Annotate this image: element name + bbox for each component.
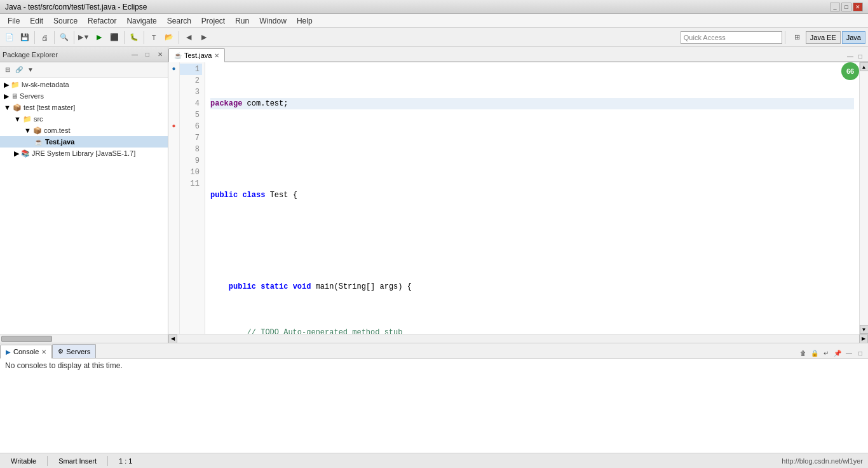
- title-bar-text: Java - test/src/com/test/Test.java - Ecl…: [5, 3, 147, 11]
- console-tab[interactable]: ▶ Console ✕: [0, 345, 52, 359]
- scroll-down-arrow[interactable]: ▼: [860, 325, 869, 334]
- gutter-row-9: [168, 154, 179, 165]
- pe-link-editor[interactable]: 🔗: [14, 65, 24, 75]
- menu-run[interactable]: Run: [230, 15, 254, 27]
- gutter-row-1: ●: [168, 62, 179, 74]
- tree-label: Test.java: [45, 138, 74, 146]
- toolbar-open-type[interactable]: T: [147, 31, 161, 45]
- menu-navigate[interactable]: Navigate: [121, 15, 161, 27]
- pe-hscroll[interactable]: [0, 334, 168, 343]
- servers-tab-label: Servers: [66, 348, 90, 355]
- line-num-8: 8: [180, 144, 202, 155]
- toolbar-stop[interactable]: ⬛: [107, 31, 121, 45]
- expand-arrow-icon: ▶: [14, 149, 19, 158]
- editor-scrollbar-vertical[interactable]: ▲ ▼: [859, 62, 868, 334]
- menu-source[interactable]: Source: [48, 15, 83, 27]
- titlebar-controls: _ □ ✕: [830, 3, 863, 11]
- menu-project[interactable]: Project: [196, 15, 230, 27]
- tree-label: src: [34, 115, 43, 123]
- status-divider2: [107, 456, 108, 466]
- menu-file[interactable]: File: [3, 15, 25, 27]
- tree-item-src[interactable]: ▼ 📁 src: [0, 113, 168, 125]
- tree-item-test-java[interactable]: ☕ Test.java: [0, 136, 168, 148]
- line-num-7: 7: [180, 132, 202, 144]
- scroll-right-arrow[interactable]: ▶: [859, 334, 868, 343]
- close-button[interactable]: ✕: [853, 3, 863, 11]
- line-num-1: 1: [180, 64, 202, 75]
- tab-close-button[interactable]: ✕: [214, 52, 219, 59]
- console-clear-btn[interactable]: 🗑: [798, 348, 808, 358]
- editor-scrollbar-horizontal[interactable]: ◀ ▶: [168, 334, 868, 343]
- left-gutter: ● ●: [168, 62, 180, 334]
- console-scroll-lock[interactable]: 🔒: [810, 348, 820, 358]
- menu-help[interactable]: Help: [292, 15, 318, 27]
- toolbar-print[interactable]: 🖨: [37, 31, 51, 45]
- code-editor[interactable]: package com.test; public class Test { pu…: [205, 62, 859, 334]
- kw-package: package: [210, 98, 242, 109]
- maximize-button[interactable]: □: [841, 3, 851, 11]
- scroll-up-arrow[interactable]: ▲: [860, 62, 869, 71]
- bookmark-icon: ●: [172, 65, 175, 72]
- toolbar: 📄 💾 🖨 🔍 ▶▼ ▶ ⬛ 🐛 T 📂 ◀ ▶ Quick Access ⊞ …: [0, 28, 868, 47]
- open-perspective-icon[interactable]: ⊞: [790, 31, 804, 45]
- toolbar-prev[interactable]: ◀: [182, 31, 196, 45]
- pe-toolbar: ⊟ 🔗 ▼: [0, 62, 168, 78]
- tab-java-icon: ☕: [174, 52, 182, 59]
- console-tab-close[interactable]: ✕: [41, 348, 46, 355]
- minimize-button[interactable]: _: [830, 3, 840, 11]
- toolbar-open-res[interactable]: 📂: [162, 31, 176, 45]
- editor-tabs: ☕ Test.java ✕ — □: [168, 47, 868, 62]
- toolbar-next[interactable]: ▶: [197, 31, 211, 45]
- gutter-row-5: [168, 108, 179, 120]
- tree-item-com-test[interactable]: ▼ 📦 com.test: [0, 125, 168, 136]
- code-line-3: public class Test {: [210, 189, 854, 201]
- gutter-row-8: [168, 142, 179, 154]
- menu-window[interactable]: Window: [254, 15, 292, 27]
- pe-collapse-all[interactable]: ⊟: [3, 65, 13, 75]
- console-panel: ▶ Console ✕ ⚙ Servers 🗑 🔒 ↵ 📌 — □ No con…: [0, 343, 868, 453]
- perspective-java[interactable]: Java: [842, 31, 865, 44]
- pe-view-menu[interactable]: ▼: [25, 65, 36, 75]
- tree-item-jre[interactable]: ▶ 📚 JRE System Library [JavaSE-1.7]: [0, 148, 168, 159]
- console-minimize[interactable]: —: [844, 348, 854, 358]
- toolbar-save[interactable]: 💾: [18, 31, 32, 45]
- toolbar-sep4: [124, 31, 125, 44]
- toolbar-new[interactable]: 📄: [3, 31, 17, 45]
- console-tabs: ▶ Console ✕ ⚙ Servers 🗑 🔒 ↵ 📌 — □: [0, 343, 868, 359]
- menu-search[interactable]: Search: [162, 15, 196, 27]
- toolbar-search[interactable]: 🔍: [57, 31, 71, 45]
- scroll-left-arrow[interactable]: ◀: [168, 334, 177, 343]
- gutter-row-6: ●: [168, 120, 179, 131]
- quick-access-input[interactable]: Quick Access: [681, 31, 782, 44]
- pe-maximize-button[interactable]: □: [142, 50, 153, 60]
- toolbar-debug[interactable]: 🐛: [127, 31, 141, 45]
- pe-tree: ▶ 📁 lw-sk-metadata ▶ 🖥 Servers ▼ 📦: [0, 78, 168, 334]
- line-num-6: 6: [180, 121, 202, 132]
- menu-edit[interactable]: Edit: [25, 15, 48, 27]
- status-right: http://blog.csdn.net/wl1yer: [782, 457, 863, 465]
- tree-item-test-project[interactable]: ▼ 📦 test [test master]: [0, 102, 168, 113]
- toolbar-run[interactable]: ▶: [92, 31, 106, 45]
- perspective-java-ee[interactable]: Java EE: [806, 31, 841, 44]
- tree-item-servers[interactable]: ▶ 🖥 Servers: [0, 90, 168, 102]
- tree-item-lw-sk-metadata[interactable]: ▶ 📁 lw-sk-metadata: [0, 79, 168, 90]
- editor-maximize[interactable]: □: [855, 51, 865, 61]
- hscroll-thumb[interactable]: [1, 336, 52, 342]
- toolbar-run-dropdown[interactable]: ▶▼: [77, 31, 91, 45]
- console-word-wrap[interactable]: ↵: [821, 348, 831, 358]
- menu-refactor[interactable]: Refactor: [83, 15, 121, 27]
- green-badge: 66: [841, 62, 859, 80]
- editor-minimize[interactable]: —: [845, 51, 855, 61]
- line-numbers: 1 2 3 4 5 6 7 8 9 10 11: [180, 62, 205, 334]
- pe-close-button[interactable]: ✕: [155, 50, 165, 60]
- console-maximize[interactable]: □: [855, 348, 865, 358]
- line-num-9: 9: [180, 155, 202, 167]
- servers-tab[interactable]: ⚙ Servers: [52, 344, 96, 358]
- server-icon: 🖥: [11, 92, 18, 100]
- pe-minimize-button[interactable]: —: [130, 50, 140, 60]
- scroll-track[interactable]: [860, 71, 868, 325]
- toolbar-sep7: [785, 31, 785, 44]
- editor-tab-test-java[interactable]: ☕ Test.java ✕: [168, 48, 225, 62]
- console-pin-btn[interactable]: 📌: [832, 348, 843, 358]
- line-num-10: 10: [180, 167, 202, 178]
